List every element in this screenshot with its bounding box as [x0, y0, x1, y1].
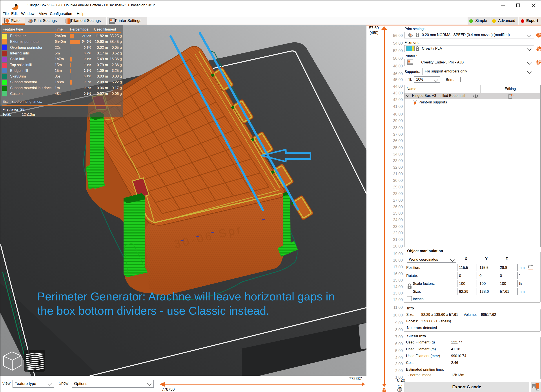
svg-text:Perimeter Generator: Arachne w: Perimeter Generator: Arachne will leave …: [37, 290, 335, 303]
svg-text:the box bottom dividers - use: the box bottom dividers - use Classic in…: [37, 304, 269, 317]
